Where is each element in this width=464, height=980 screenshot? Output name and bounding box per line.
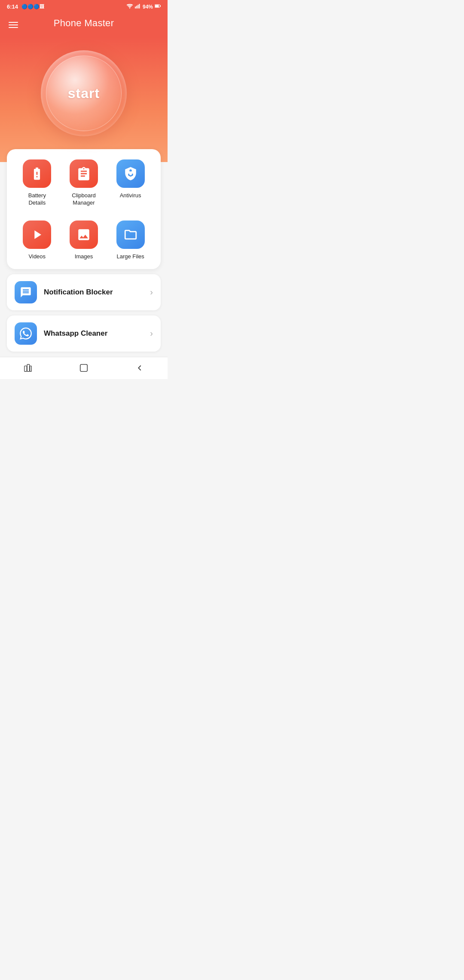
large-files-icon [116, 220, 145, 249]
images-label: Images [75, 253, 93, 260]
status-bar: 6:14 🔵🔵🔵🖼 94% [0, 0, 168, 12]
svg-rect-1 [135, 6, 136, 8]
notif-icons: 🔵🔵🔵🖼 [21, 4, 44, 9]
grid-row-2: Videos Images Large Files [14, 220, 154, 260]
svg-point-0 [129, 8, 130, 9]
features-grid: BatteryDetails ClipboardManager Antiviru… [7, 149, 161, 269]
navigation-bar [0, 357, 168, 379]
antivirus-label: Antivirus [120, 192, 141, 199]
large-files-item[interactable]: Large Files [111, 220, 150, 260]
app-header: Phone Master [0, 12, 168, 37]
notification-blocker-chevron: › [150, 287, 153, 297]
images-item[interactable]: Images [64, 220, 103, 260]
notification-blocker-label: Notification Blocker [44, 288, 143, 297]
menu-button[interactable] [9, 22, 18, 28]
status-left: 6:14 🔵🔵🔵🖼 [7, 3, 44, 10]
svg-rect-10 [24, 366, 27, 372]
notification-blocker-icon [15, 281, 37, 303]
home-button[interactable] [73, 359, 95, 377]
battery-icon [155, 3, 161, 10]
large-files-label: Large Files [116, 253, 144, 260]
svg-rect-13 [80, 364, 88, 372]
antivirus-icon [116, 159, 145, 188]
videos-label: Videos [29, 253, 46, 260]
clipboard-manager-item[interactable]: ClipboardManager [64, 159, 103, 207]
whatsapp-cleaner-icon [15, 322, 37, 345]
svg-rect-4 [139, 4, 140, 9]
wifi-icon [126, 3, 133, 10]
svg-rect-3 [137, 5, 138, 8]
whatsapp-cleaner-chevron: › [150, 328, 153, 338]
status-right: 94% [126, 3, 161, 10]
back-button[interactable] [129, 359, 150, 377]
antivirus-item[interactable]: Antivirus [111, 159, 150, 207]
svg-rect-7 [155, 5, 159, 7]
videos-icon [23, 220, 51, 249]
grid-row-1: BatteryDetails ClipboardManager Antiviru… [14, 159, 154, 207]
battery-details-item[interactable]: BatteryDetails [18, 159, 56, 207]
svg-rect-11 [27, 364, 29, 372]
start-label: start [68, 86, 100, 101]
whatsapp-cleaner-label: Whatsapp Cleaner [44, 329, 143, 338]
svg-rect-2 [136, 6, 137, 8]
status-time: 6:14 [7, 3, 18, 10]
svg-rect-12 [30, 366, 32, 372]
svg-rect-6 [160, 5, 161, 7]
videos-item[interactable]: Videos [18, 220, 56, 260]
hero-section: start [0, 37, 168, 162]
images-icon [70, 220, 98, 249]
signal-icon [135, 3, 141, 10]
whatsapp-cleaner-card[interactable]: Whatsapp Cleaner › [7, 315, 161, 352]
app-title: Phone Master [54, 18, 114, 29]
battery-details-icon [23, 159, 51, 188]
clipboard-manager-icon [70, 159, 98, 188]
recent-apps-button[interactable] [17, 359, 39, 377]
start-button[interactable]: start [41, 50, 127, 136]
battery-status: 94% [143, 4, 153, 10]
clipboard-manager-label: ClipboardManager [72, 192, 96, 207]
battery-details-label: BatteryDetails [28, 192, 46, 207]
notification-blocker-card[interactable]: Notification Blocker › [7, 274, 161, 310]
